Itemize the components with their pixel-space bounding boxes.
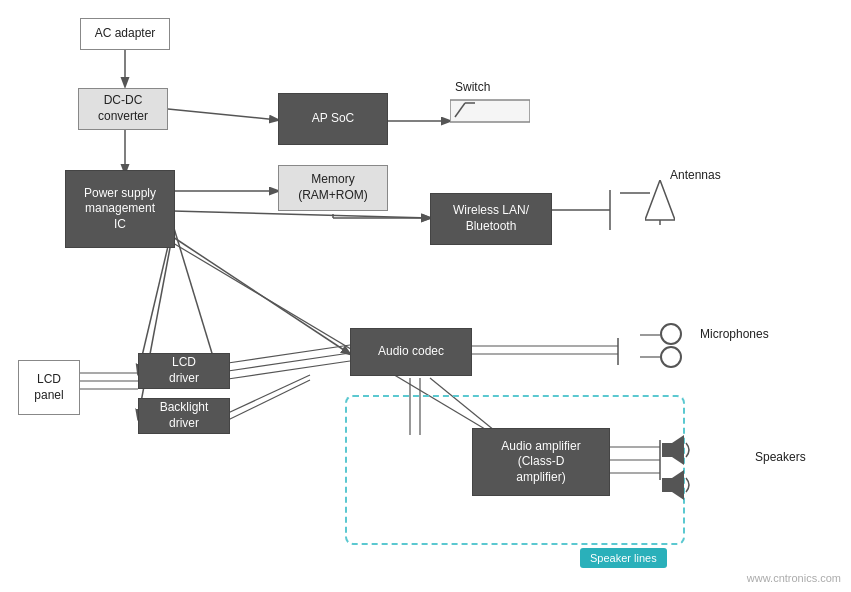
backlight-label: Backlightdriver: [160, 400, 209, 431]
memory-label: Memory(RAM+ROM): [298, 172, 368, 203]
power-supply-label: Power supplymanagementIC: [84, 186, 156, 233]
dc-dc-block: DC-DCconverter: [78, 88, 168, 130]
dc-dc-label: DC-DCconverter: [98, 93, 148, 124]
diagram: AC adapter DC-DCconverter Power supplyma…: [0, 0, 851, 592]
svg-line-1: [168, 109, 278, 120]
svg-line-7: [138, 232, 173, 418]
wireless-label: Wireless LAN/Bluetooth: [453, 203, 529, 234]
ac-adapter-label: AC adapter: [95, 26, 156, 42]
lcd-driver-block: LCDdriver: [138, 353, 230, 389]
svg-line-19: [228, 353, 350, 371]
svg-rect-41: [662, 443, 672, 457]
switch-symbol: [450, 95, 530, 125]
switch-label: Switch: [455, 80, 490, 94]
wireless-block: Wireless LAN/Bluetooth: [430, 193, 552, 245]
lcd-panel-block: LCDpanel: [18, 360, 80, 415]
antennas-label: Antennas: [670, 168, 721, 182]
audio-codec-block: Audio codec: [350, 328, 472, 376]
ap-soc-label: AP SoC: [312, 111, 354, 127]
speaker-lines-legend: Speaker lines: [580, 548, 667, 568]
speaker-icon-1: [662, 435, 694, 465]
microphone-icon-2: [660, 346, 682, 368]
power-supply-block: Power supplymanagementIC: [65, 170, 175, 248]
backlight-block: Backlightdriver: [138, 398, 230, 434]
microphone-icon-1: [660, 323, 682, 345]
svg-marker-44: [672, 470, 684, 500]
svg-marker-42: [672, 435, 684, 465]
antenna-icon: [645, 180, 675, 225]
speakers-label: Speakers: [755, 450, 806, 464]
svg-line-4: [173, 211, 430, 218]
ap-soc-block: AP SoC: [278, 93, 388, 145]
microphones-label: Microphones: [700, 327, 769, 341]
svg-line-20: [228, 361, 350, 379]
svg-marker-39: [645, 180, 675, 220]
svg-line-21: [228, 375, 310, 413]
svg-line-22: [228, 380, 310, 420]
audio-amp-label: Audio amplifier(Class-Damplifier): [501, 439, 580, 486]
speaker-icon-2: [662, 470, 694, 500]
svg-line-5: [173, 225, 218, 373]
svg-rect-36: [450, 100, 530, 122]
audio-codec-label: Audio codec: [378, 344, 444, 360]
lcd-driver-label: LCDdriver: [169, 355, 199, 386]
watermark: www.cntronics.com: [747, 572, 841, 584]
memory-block: Memory(RAM+ROM): [278, 165, 388, 211]
ac-adapter-block: AC adapter: [80, 18, 170, 50]
svg-line-18: [228, 345, 350, 363]
svg-rect-43: [662, 478, 672, 492]
audio-amp-block: Audio amplifier(Class-Damplifier): [472, 428, 610, 496]
svg-line-8: [173, 237, 350, 354]
lcd-panel-label: LCDpanel: [34, 372, 63, 403]
